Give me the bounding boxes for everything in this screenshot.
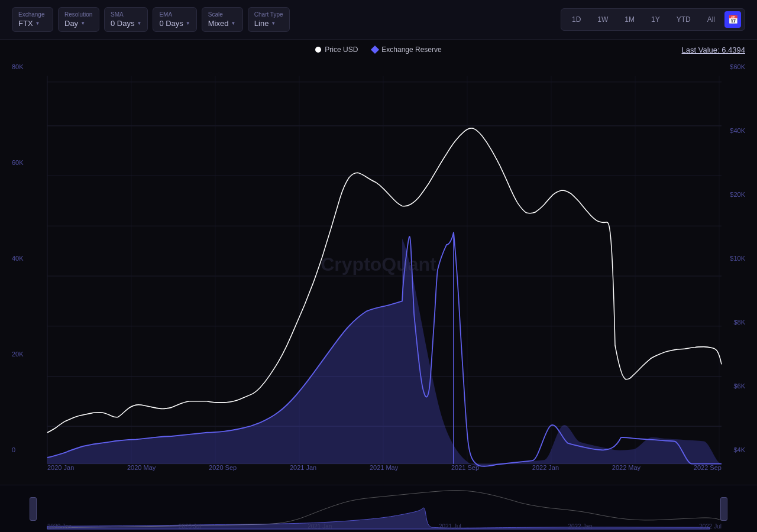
mini-x-axis: 2020 Jan 2020 Jul 2021 Jan 2021 Jul 2022… <box>47 523 722 530</box>
x-label-2020may: 2020 May <box>127 464 156 471</box>
sma-arrow: ▼ <box>137 21 141 26</box>
btn-1m[interactable]: 1M <box>617 12 642 27</box>
price-label: Price USD <box>325 46 358 54</box>
btn-ytd[interactable]: YTD <box>669 12 698 27</box>
sma-label: SMA <box>111 11 124 18</box>
mini-x-2021jan: 2021 Jan <box>308 523 332 530</box>
x-label-2020jan: 2020 Jan <box>47 464 74 471</box>
resolution-dropdown[interactable]: Resolution Day ▼ <box>58 7 99 32</box>
mini-handle-left[interactable] <box>30 497 37 521</box>
scale-dropdown[interactable]: Scale Mixed ▼ <box>202 7 243 32</box>
calendar-icon[interactable]: 📅 <box>724 11 741 28</box>
mini-x-2022jul: 2022 Jul <box>699 523 722 530</box>
controls-left: Exchange FTX ▼ Resolution Day ▼ SMA 0 Da… <box>12 7 290 32</box>
btn-all[interactable]: All <box>700 12 722 27</box>
mini-x-2020jul: 2020 Jul <box>179 523 201 530</box>
mini-chart: 2020 Jan 2020 Jul 2021 Jan 2021 Jul 2022… <box>0 485 757 532</box>
reserve-diamond <box>371 46 379 54</box>
sma-value: 0 Days ▼ <box>111 19 141 28</box>
chart-type-label: Chart Type <box>254 11 283 18</box>
ema-dropdown[interactable]: EMA 0 Days ▼ <box>153 7 196 32</box>
x-label-2022may: 2022 May <box>612 464 640 471</box>
scale-arrow: ▼ <box>231 21 235 26</box>
resolution-arrow: ▼ <box>80 21 85 26</box>
price-dot <box>315 47 321 53</box>
btn-1y[interactable]: 1Y <box>644 12 667 27</box>
exchange-arrow: ▼ <box>35 21 40 26</box>
resolution-value: Day ▼ <box>64 19 85 28</box>
ema-arrow: ▼ <box>186 21 190 26</box>
chart-type-arrow: ▼ <box>271 21 276 26</box>
exchange-dropdown[interactable]: Exchange FTX ▼ <box>12 7 53 32</box>
x-label-2020sep: 2020 Sep <box>209 464 237 471</box>
x-axis: 2020 Jan 2020 May 2020 Sep 2021 Jan 2021… <box>47 464 722 471</box>
legend: Price USD Exchange Reserve <box>0 40 757 60</box>
x-label-2022sep: 2022 Sep <box>694 464 722 471</box>
exchange-label: Exchange <box>18 11 44 18</box>
main-chart-svg <box>0 63 757 489</box>
scale-label: Scale <box>208 11 223 18</box>
legend-reserve: Exchange Reserve <box>372 46 441 54</box>
reserve-label: Exchange Reserve <box>381 46 441 54</box>
ema-label: EMA <box>159 11 172 18</box>
legend-price: Price USD <box>315 46 358 54</box>
chart-area: Price USD Exchange Reserve Last Value: 6… <box>0 40 757 489</box>
chart-type-value: Line ▼ <box>254 19 276 28</box>
mini-x-2022jan: 2022 Jan <box>568 523 592 530</box>
resolution-label: Resolution <box>64 11 92 18</box>
x-label-2021sep: 2021 Sep <box>451 464 479 471</box>
btn-1w[interactable]: 1W <box>590 12 615 27</box>
mini-x-2020jan: 2020 Jan <box>47 523 72 530</box>
last-value[interactable]: Last Value: 6.4394 <box>682 46 745 54</box>
sma-dropdown[interactable]: SMA 0 Days ▼ <box>104 7 148 32</box>
top-bar: Exchange FTX ▼ Resolution Day ▼ SMA 0 Da… <box>0 0 757 40</box>
mini-x-2021jul: 2021 Jul <box>439 523 461 530</box>
mini-handle-right[interactable] <box>720 497 727 521</box>
scale-value: Mixed ▼ <box>208 19 236 28</box>
x-label-2021jan: 2021 Jan <box>290 464 316 471</box>
exchange-value: FTX ▼ <box>18 19 40 28</box>
x-label-2021may: 2021 May <box>370 464 398 471</box>
time-period-controls: 1D 1W 1M 1Y YTD All 📅 <box>561 8 745 31</box>
btn-1d[interactable]: 1D <box>565 12 588 27</box>
x-label-2022jan: 2022 Jan <box>532 464 559 471</box>
ema-value: 0 Days ▼ <box>159 19 190 28</box>
chart-type-dropdown[interactable]: Chart Type Line ▼ <box>248 7 290 32</box>
